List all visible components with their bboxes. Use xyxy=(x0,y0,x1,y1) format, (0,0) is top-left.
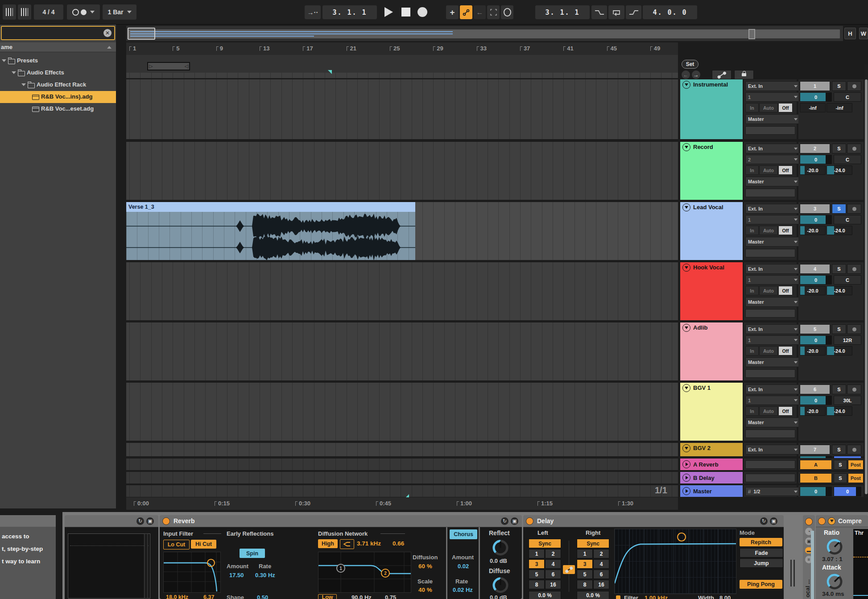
lane-b-delay[interactable] xyxy=(126,472,678,483)
lane-bgv-2[interactable] xyxy=(126,443,678,456)
volume-box[interactable]: 0 xyxy=(800,396,832,405)
delay-width-value[interactable]: 8.00 xyxy=(719,595,731,599)
monitor-in-button[interactable]: In xyxy=(745,226,759,235)
browser-item-r-b-voc-ins-adg[interactable]: R&B Voc...ins).adg xyxy=(0,91,116,103)
arrangement-position-display[interactable]: 3. 1. 1 xyxy=(322,5,377,19)
monitor-off-button[interactable]: Off xyxy=(778,103,793,112)
beat-division-button[interactable]: 5 xyxy=(529,570,545,579)
volume-box[interactable]: 0 xyxy=(800,215,832,224)
monitor-in-button[interactable]: In xyxy=(745,286,759,295)
track-number-box[interactable]: 7 xyxy=(800,445,830,454)
collapse-toggle-icon[interactable] xyxy=(682,487,690,495)
offset-box[interactable]: 0.0 % xyxy=(577,591,609,599)
beat-division-button[interactable]: 3 xyxy=(529,559,545,569)
send-box[interactable]: A xyxy=(800,460,832,470)
loop-link-button[interactable] xyxy=(712,70,732,79)
volume-box[interactable]: 0 xyxy=(800,335,832,345)
track-number-box[interactable]: 5 xyxy=(800,324,830,334)
lock-envelopes-button[interactable] xyxy=(734,70,754,79)
browser-name-column-header[interactable]: ame xyxy=(0,42,116,52)
input-channel-dropdown[interactable]: 1 xyxy=(745,275,800,285)
solo-button[interactable]: S xyxy=(832,445,846,454)
collapse-toggle-icon[interactable] xyxy=(682,81,690,89)
lane-record[interactable] xyxy=(126,142,678,200)
delay-filter-graph[interactable] xyxy=(614,529,736,594)
pan-box[interactable]: C xyxy=(834,155,861,164)
key-map-button[interactable] xyxy=(3,4,16,20)
collapse-toggle-icon[interactable] xyxy=(682,264,690,272)
input-type-dropdown[interactable]: Ext. In xyxy=(745,384,800,394)
monitor-off-button[interactable]: Off xyxy=(778,226,793,235)
collapsed-device-title[interactable]: ocal ... xyxy=(804,579,811,597)
arrangement-overdub-button[interactable] xyxy=(487,5,500,19)
meter-right-box[interactable]: -24.0 xyxy=(827,286,852,295)
volume-box[interactable]: 0 xyxy=(800,275,832,285)
prev-locator-button[interactable]: ← xyxy=(682,70,690,79)
beat-division-button[interactable]: 6 xyxy=(545,570,561,579)
track-name-cell-adlib[interactable]: Adlib xyxy=(680,322,743,380)
collapse-toggle-icon[interactable] xyxy=(682,203,690,211)
output-dropdown[interactable]: Master xyxy=(745,114,800,124)
cue-out-dropdown[interactable]: ii1/2 xyxy=(745,487,800,496)
attack-knob[interactable] xyxy=(825,572,844,591)
solo-button[interactable]: S xyxy=(832,384,846,394)
sync-toggle[interactable]: Sync xyxy=(577,539,609,548)
monitor-auto-button[interactable]: Auto xyxy=(759,103,778,112)
monitor-in-button[interactable]: In xyxy=(745,406,759,416)
meter-right-box[interactable]: -24.0 xyxy=(827,165,852,175)
loop-button[interactable] xyxy=(608,5,624,19)
pan-box[interactable]: 12R xyxy=(834,335,861,345)
er-rate-value[interactable]: 0.30 Hz xyxy=(255,572,275,578)
compressor-power-led[interactable] xyxy=(818,517,826,525)
hi-cut-toggle[interactable]: Hi Cut xyxy=(191,540,216,549)
collapse-toggle-icon[interactable] xyxy=(682,474,690,482)
stop-button[interactable] xyxy=(401,8,410,17)
track-name-cell-instrumental[interactable]: Instrumental xyxy=(680,79,743,139)
input-type-dropdown[interactable]: Ext. In xyxy=(745,324,800,334)
er-amount-value[interactable]: 17.50 xyxy=(229,572,244,578)
shelf-shape-button[interactable] xyxy=(340,539,354,549)
follow-button[interactable]: →·· xyxy=(305,5,321,19)
audio-clip-verse[interactable]: Verse 1_3 xyxy=(126,202,415,260)
chorus-rate-value[interactable]: 0.02 Hz xyxy=(453,587,473,593)
diffusion-value[interactable]: 60 % xyxy=(418,563,432,570)
meter-left-box[interactable]: -inf xyxy=(800,103,826,112)
monitor-in-button[interactable]: In xyxy=(745,346,759,355)
meter-right-box[interactable]: -24.0 xyxy=(827,406,852,416)
beat-division-button[interactable]: 2 xyxy=(545,549,561,558)
lane-adlib[interactable] xyxy=(126,322,678,380)
vertical-scrollbar[interactable] xyxy=(864,65,868,497)
beat-division-button[interactable]: 16 xyxy=(545,580,561,589)
post-toggle[interactable]: Post xyxy=(848,460,864,470)
reverb-power-led[interactable] xyxy=(162,517,170,525)
arrangement-loop-brace[interactable]: ▷◁ xyxy=(147,62,190,70)
volume-box[interactable]: 0 xyxy=(800,487,832,496)
reenable-automation-button[interactable]: ← xyxy=(474,5,486,19)
output-dropdown[interactable]: Master xyxy=(745,357,800,367)
track-name-cell-hook-vocal[interactable]: Hook Vocal xyxy=(680,262,743,320)
monitor-off-button[interactable]: Off xyxy=(778,286,793,295)
time-ruler[interactable]: 0:000:150:300:451:001:151:30 xyxy=(126,497,678,510)
track-number-box[interactable]: 1 xyxy=(800,81,830,91)
delay-power-led[interactable] xyxy=(526,517,533,525)
next-locator-button[interactable]: → xyxy=(692,70,700,79)
clip-waveform-area[interactable] xyxy=(126,212,415,260)
arm-button[interactable] xyxy=(847,81,861,91)
solo-button[interactable]: S xyxy=(834,460,847,470)
solo-button[interactable]: S xyxy=(832,264,846,274)
input-filter-q[interactable]: 6.37 xyxy=(203,594,214,599)
stereo-link-button[interactable] xyxy=(563,565,575,574)
save-preset-icon[interactable]: ▣ xyxy=(770,517,777,525)
loop-start-display[interactable]: 3. 1. 1 xyxy=(535,5,590,19)
beat-division-button[interactable]: 4 xyxy=(545,559,561,569)
monitor-auto-button[interactable]: Auto xyxy=(759,346,778,355)
volume-box[interactable]: 0 xyxy=(800,92,832,102)
diffusion-freq[interactable]: 3.71 kHz xyxy=(357,540,381,547)
overview-viewport-box[interactable] xyxy=(128,28,155,40)
monitor-auto-button[interactable]: Auto xyxy=(759,406,778,416)
scale-value[interactable]: 40 % xyxy=(418,587,432,593)
arm-button[interactable] xyxy=(847,445,861,454)
low-shelf-toggle[interactable]: Low xyxy=(318,594,337,599)
arrangement-overview[interactable] xyxy=(126,26,843,41)
beat-division-button[interactable]: 1 xyxy=(577,549,593,558)
